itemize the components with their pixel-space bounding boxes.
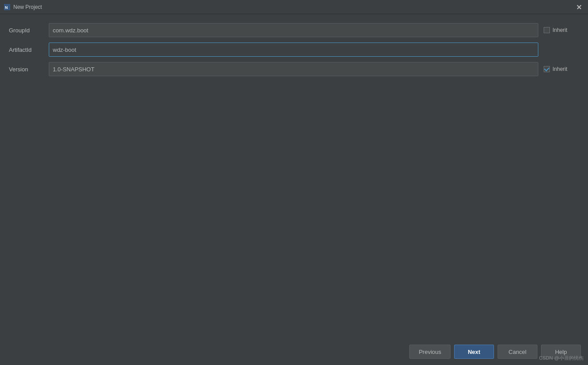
- version-inherit-checkbox[interactable]: [544, 66, 550, 72]
- help-button[interactable]: Help: [541, 345, 581, 359]
- version-input[interactable]: [49, 62, 538, 76]
- artifactid-label: ArtifactId: [9, 47, 49, 53]
- content-area: GroupId Inherit ArtifactId Version: [0, 14, 588, 338]
- groupid-label: GroupId: [9, 27, 49, 34]
- previous-button[interactable]: Previous: [409, 345, 451, 359]
- new-project-dialog: N New Project GroupId Inherit ArtifactId: [0, 0, 588, 365]
- version-input-wrapper: [49, 62, 538, 76]
- groupid-inherit-checkbox[interactable]: [544, 27, 550, 33]
- artifactid-row: ArtifactId: [9, 43, 579, 57]
- groupid-input[interactable]: [49, 23, 538, 37]
- version-label: Version: [9, 66, 49, 73]
- groupid-inherit-label: Inherit: [553, 27, 567, 33]
- dialog-title: New Project: [13, 4, 584, 10]
- content-spacer: [9, 82, 579, 338]
- title-bar: N New Project: [0, 0, 588, 14]
- groupid-inherit-wrapper: Inherit: [544, 27, 579, 33]
- groupid-input-wrapper: [49, 23, 538, 37]
- svg-text:N: N: [5, 5, 8, 10]
- version-inherit-wrapper: Inherit: [544, 66, 579, 72]
- cancel-button[interactable]: Cancel: [498, 345, 537, 359]
- artifactid-input[interactable]: [49, 43, 538, 57]
- next-button[interactable]: Next: [454, 345, 494, 359]
- groupid-row: GroupId Inherit: [9, 23, 579, 37]
- app-icon: N: [4, 4, 11, 11]
- close-button[interactable]: [576, 4, 583, 11]
- bottom-bar: Previous Next Cancel Help: [0, 338, 588, 365]
- version-row: Version Inherit: [9, 62, 579, 76]
- artifactid-input-wrapper: [49, 43, 538, 57]
- version-inherit-label: Inherit: [553, 66, 567, 72]
